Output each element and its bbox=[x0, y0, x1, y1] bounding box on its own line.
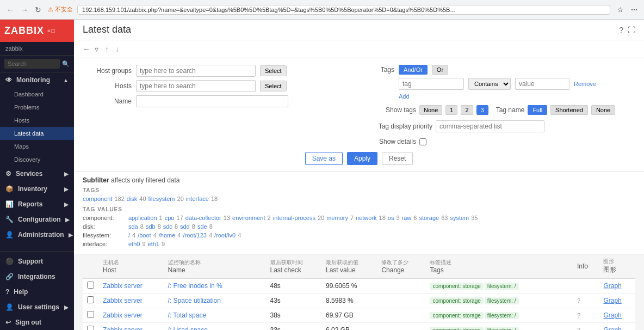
row-checkbox[interactable] bbox=[87, 311, 94, 318]
tag-contains-select[interactable]: Contains bbox=[468, 78, 511, 90]
tag-name-full-button[interactable]: Full bbox=[528, 105, 547, 115]
sidebar-item-user-settings[interactable]: 👤 User settings ▶ bbox=[0, 300, 74, 315]
tv-root123[interactable]: /root/123 bbox=[183, 232, 206, 239]
sidebar-item-dashboard[interactable]: Dashboard bbox=[0, 88, 74, 101]
sidebar-item-discovery[interactable]: Discovery bbox=[0, 153, 74, 166]
host-link[interactable]: Zabbix server bbox=[103, 282, 143, 290]
show-tags-1-button[interactable]: 1 bbox=[445, 105, 457, 115]
sidebar-item-latest-data[interactable]: Latest data bbox=[0, 127, 74, 140]
tv-sda[interactable]: sda bbox=[128, 223, 138, 230]
sidebar-item-monitoring[interactable]: 👁 Monitoring ▲ bbox=[0, 72, 74, 88]
row-checkbox[interactable] bbox=[87, 296, 94, 303]
show-tags-3-button[interactable]: 3 bbox=[476, 105, 488, 115]
tv-system[interactable]: system bbox=[450, 215, 469, 221]
remove-tag-link[interactable]: Remove bbox=[574, 81, 596, 87]
graph-link[interactable]: Graph bbox=[603, 326, 621, 330]
tv-internal-process[interactable]: internal-process bbox=[273, 215, 315, 221]
tv-data-collector[interactable]: data-collector bbox=[185, 215, 221, 221]
sidebar-item-administration[interactable]: 👤 Administration ▶ bbox=[0, 227, 74, 242]
tv-boot[interactable]: /boot bbox=[138, 232, 151, 239]
tv-raw[interactable]: raw bbox=[402, 215, 412, 221]
filter-next-button[interactable]: ↓ bbox=[113, 44, 121, 54]
sidebar-item-maps[interactable]: Maps bbox=[0, 140, 74, 153]
tv-storage[interactable]: storage bbox=[419, 215, 439, 221]
tv-application[interactable]: application bbox=[128, 215, 157, 221]
name-link[interactable]: /: Used space bbox=[168, 326, 208, 330]
search-icon[interactable]: 🔍 bbox=[62, 60, 70, 68]
fullscreen-icon[interactable]: ⛶ bbox=[628, 26, 635, 34]
address-bar[interactable] bbox=[77, 5, 610, 15]
filter-toggle-icon[interactable]: ← bbox=[83, 45, 90, 53]
tv-cpu[interactable]: cpu bbox=[165, 215, 175, 221]
search-input[interactable] bbox=[4, 59, 60, 69]
info-icon[interactable]: ? bbox=[577, 312, 580, 319]
show-details-checkbox[interactable] bbox=[419, 138, 426, 145]
sidebar-item-inventory[interactable]: 📦 Inventory ▶ bbox=[0, 181, 74, 197]
show-tags-none-button[interactable]: None bbox=[419, 105, 442, 115]
tv-network[interactable]: network bbox=[356, 215, 377, 221]
tv-sde[interactable]: sde bbox=[197, 223, 207, 230]
add-tag-link[interactable]: Add bbox=[399, 93, 410, 100]
info-icon[interactable]: ? bbox=[577, 297, 580, 304]
apply-button[interactable]: Apply bbox=[347, 152, 377, 165]
sidebar-item-reports[interactable]: 📊 Reports ▶ bbox=[0, 197, 74, 212]
bookmark-icon[interactable]: ☆ bbox=[615, 4, 626, 15]
tag-value-input[interactable] bbox=[515, 78, 569, 90]
sidebar-item-services[interactable]: ⚙ Services ▶ bbox=[0, 166, 74, 181]
tv-os[interactable]: os bbox=[388, 215, 394, 221]
reset-button[interactable]: Reset bbox=[382, 152, 413, 165]
subfilter-tag-component[interactable]: component bbox=[83, 195, 112, 202]
host-groups-select-button[interactable]: Select bbox=[260, 65, 287, 76]
tv-eth0[interactable]: eth0 bbox=[128, 241, 140, 247]
tag-priority-input[interactable] bbox=[436, 120, 544, 132]
sidebar-collapse-icon[interactable]: « bbox=[47, 28, 51, 34]
graph-link[interactable]: Graph bbox=[603, 282, 621, 290]
filter-prev-button[interactable]: ↑ bbox=[103, 44, 111, 54]
tv-eth1[interactable]: eth1 bbox=[148, 241, 159, 247]
host-link[interactable]: Zabbix server bbox=[103, 326, 143, 330]
refresh-button[interactable]: ↻ bbox=[33, 4, 44, 15]
show-tags-2-button[interactable]: 2 bbox=[461, 105, 473, 115]
tv-home[interactable]: /home bbox=[159, 232, 176, 239]
save-as-button[interactable]: Save as bbox=[305, 152, 343, 165]
menu-icon[interactable]: ⋯ bbox=[629, 4, 640, 15]
info-icon[interactable]: ? bbox=[577, 327, 580, 330]
graph-link[interactable]: Graph bbox=[603, 311, 621, 319]
tv-sdb[interactable]: sdb bbox=[146, 223, 156, 230]
sidebar-item-integrations[interactable]: 🔗 Integrations bbox=[0, 269, 74, 284]
sidebar-item-sign-out[interactable]: ↩ Sign out bbox=[0, 315, 74, 330]
sidebar-item-hosts[interactable]: Hosts bbox=[0, 114, 74, 127]
tag-andor-button[interactable]: And/Or bbox=[399, 65, 428, 75]
tv-root[interactable]: / bbox=[128, 232, 130, 239]
tv-memory[interactable]: memory bbox=[326, 215, 348, 221]
subfilter-tag-disk[interactable]: disk bbox=[127, 195, 138, 202]
sidebar-item-support[interactable]: ⚫ Support bbox=[0, 254, 74, 269]
subfilter-tag-interface[interactable]: interface bbox=[186, 195, 209, 202]
name-link[interactable]: /: Space utilization bbox=[168, 297, 221, 304]
graph-link[interactable]: Graph bbox=[603, 297, 621, 304]
forward-button[interactable]: → bbox=[18, 4, 30, 15]
back-button[interactable]: ← bbox=[4, 4, 16, 15]
sidebar-item-help[interactable]: ? Help bbox=[0, 284, 74, 300]
host-link[interactable]: Zabbix server bbox=[103, 311, 143, 319]
subfilter-tag-filesystem[interactable]: filesystem bbox=[148, 195, 175, 202]
tag-name-input[interactable] bbox=[399, 78, 464, 90]
host-groups-input[interactable] bbox=[136, 65, 256, 77]
sidebar-expand-icon[interactable]: □ bbox=[52, 28, 55, 34]
help-question-icon[interactable]: ? bbox=[619, 26, 623, 34]
filter-funnel-icon[interactable]: ▿ bbox=[95, 45, 98, 53]
sidebar-item-problems[interactable]: Problems bbox=[0, 101, 74, 114]
name-link[interactable]: /: Free inodes in % bbox=[168, 282, 222, 290]
sidebar-item-configuration[interactable]: 🔧 Configuration ▶ bbox=[0, 212, 74, 227]
row-checkbox[interactable] bbox=[87, 282, 94, 289]
tag-name-shortened-button[interactable]: Shortened bbox=[550, 105, 588, 115]
hosts-input[interactable] bbox=[136, 80, 256, 92]
tv-rootlv0[interactable]: /root/lv0 bbox=[214, 232, 236, 239]
tag-name-none-button[interactable]: None bbox=[591, 105, 615, 115]
sidebar-search[interactable]: 🔍 bbox=[0, 56, 74, 72]
tv-environment[interactable]: environment bbox=[232, 215, 265, 221]
tag-or-button[interactable]: Or bbox=[432, 65, 448, 75]
tv-sdd[interactable]: sdd bbox=[180, 223, 190, 230]
hosts-select-button[interactable]: Select bbox=[260, 81, 287, 91]
tv-sdc[interactable]: sdc bbox=[163, 223, 172, 230]
